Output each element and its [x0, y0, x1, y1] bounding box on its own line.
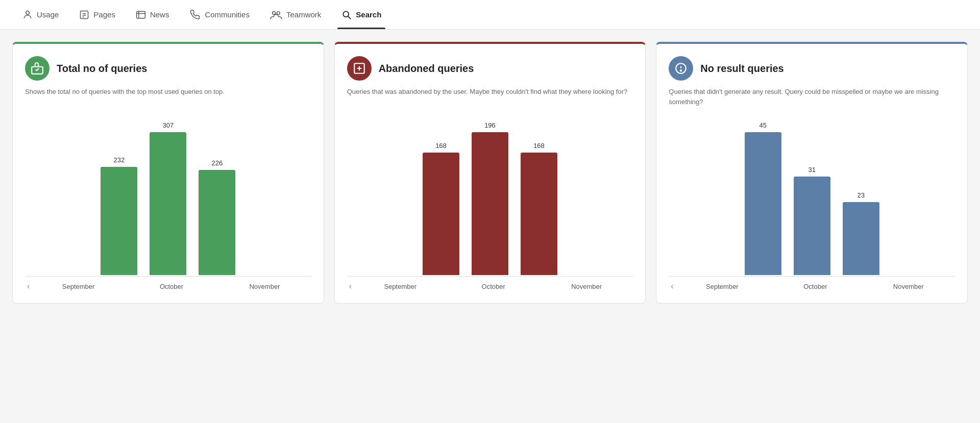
nav-item-teamwork[interactable]: Teamwork [260, 0, 331, 29]
nav-item-search[interactable]: Search [331, 0, 391, 29]
bar [199, 170, 235, 275]
bar-group: 23 [843, 191, 879, 275]
nav-label-usage: Usage [37, 10, 59, 19]
x-label: September [354, 283, 447, 290]
bar-group: 232 [101, 156, 137, 275]
bar-value: 307 [162, 121, 174, 129]
card-header: No result queries [669, 56, 955, 81]
bar-group: 168 [521, 142, 557, 275]
chart-area: 45 31 23 ‹ SeptemberOctoberNovember [669, 117, 955, 291]
svg-point-18 [680, 70, 681, 71]
prev-nav[interactable]: ‹ [669, 282, 675, 291]
bar-value: 45 [759, 121, 766, 129]
chart-area: 232 307 226 ‹ SeptemberOctoberNovember [25, 117, 311, 291]
card-title: Total no of queries [57, 63, 147, 74]
bar-value: 168 [533, 142, 545, 150]
nav-item-news[interactable]: News [126, 0, 180, 29]
bar [745, 132, 781, 275]
x-label: October [447, 283, 540, 290]
card-title: Abandoned queries [379, 63, 474, 74]
search-icon [341, 10, 352, 20]
chart-x-axis: ‹ SeptemberOctoberNovember [669, 276, 955, 291]
card-icon [25, 56, 50, 81]
chart-x-axis: ‹ SeptemberOctoberNovember [347, 276, 633, 291]
bar [794, 177, 830, 275]
pages-icon [79, 10, 89, 20]
main-nav: Usage Pages News Communities Teamwork Se… [0, 0, 980, 30]
bars-container: 168 196 168 [347, 117, 633, 275]
bar-group: 31 [794, 166, 830, 275]
bar-group: 196 [472, 121, 508, 275]
bar-group: 307 [150, 121, 186, 275]
bar [101, 167, 137, 275]
bar-value: 232 [113, 156, 125, 164]
nav-item-usage[interactable]: Usage [12, 0, 69, 29]
bar [843, 202, 879, 275]
card-header: Abandoned queries [347, 56, 633, 81]
chart-x-axis: ‹ SeptemberOctoberNovember [25, 276, 311, 291]
x-label: November [540, 283, 633, 290]
svg-point-8 [273, 11, 276, 14]
card-icon [669, 56, 693, 81]
bar [472, 132, 508, 275]
card-icon [347, 56, 372, 81]
svg-rect-5 [137, 11, 145, 18]
teamwork-icon [270, 10, 282, 20]
x-label: November [218, 283, 311, 290]
bar-value: 31 [808, 166, 815, 173]
chart-area: 168 196 168 ‹ SeptemberOctoberNovember [347, 117, 633, 291]
nav-label-pages: Pages [93, 10, 115, 19]
svg-point-0 [26, 11, 30, 14]
svg-point-9 [277, 11, 280, 14]
nav-item-pages[interactable]: Pages [69, 0, 126, 29]
x-label: November [862, 283, 955, 290]
communities-icon [189, 10, 201, 20]
bar-group: 168 [423, 142, 459, 275]
bar [521, 153, 557, 275]
news-icon [136, 10, 146, 20]
x-label: October [125, 283, 218, 290]
bar-group: 45 [745, 121, 781, 275]
nav-label-news: News [150, 10, 169, 19]
bar-value: 23 [857, 191, 864, 199]
svg-point-10 [344, 11, 349, 17]
prev-nav[interactable]: ‹ [25, 282, 32, 291]
bar-value: 226 [211, 159, 223, 167]
bar-value: 168 [435, 142, 447, 150]
nav-label-search: Search [356, 10, 381, 19]
bars-container: 45 31 23 [669, 117, 955, 275]
card-description: Queries that didn't generate any result.… [669, 87, 955, 107]
card-description: Shows the total no of queries with the t… [25, 87, 311, 107]
bar [150, 132, 186, 275]
card-title: No result queries [700, 63, 783, 74]
card-description: Queries that was abandoned by the user. … [347, 87, 633, 107]
x-label: September [676, 283, 769, 290]
bars-container: 232 307 226 [25, 117, 311, 275]
card-header: Total no of queries [25, 56, 311, 81]
main-content: Total no of queries Shows the total no o… [0, 30, 980, 316]
nav-item-communities[interactable]: Communities [179, 0, 260, 29]
card-abandoned-queries: Abandoned queries Queries that was aband… [334, 42, 646, 304]
bar-value: 196 [484, 121, 496, 129]
bar [423, 153, 459, 275]
svg-rect-1 [81, 11, 88, 18]
prev-nav[interactable]: ‹ [347, 282, 354, 291]
card-no-result-queries: No result queries Queries that didn't ge… [656, 42, 968, 304]
svg-line-11 [348, 16, 351, 18]
nav-label-communities: Communities [205, 10, 250, 19]
bar-group: 226 [199, 159, 235, 275]
x-label: September [32, 283, 125, 290]
x-label: October [769, 283, 862, 290]
nav-label-teamwork: Teamwork [286, 10, 321, 19]
card-total-queries: Total no of queries Shows the total no o… [12, 42, 324, 304]
usage-icon [22, 10, 33, 20]
